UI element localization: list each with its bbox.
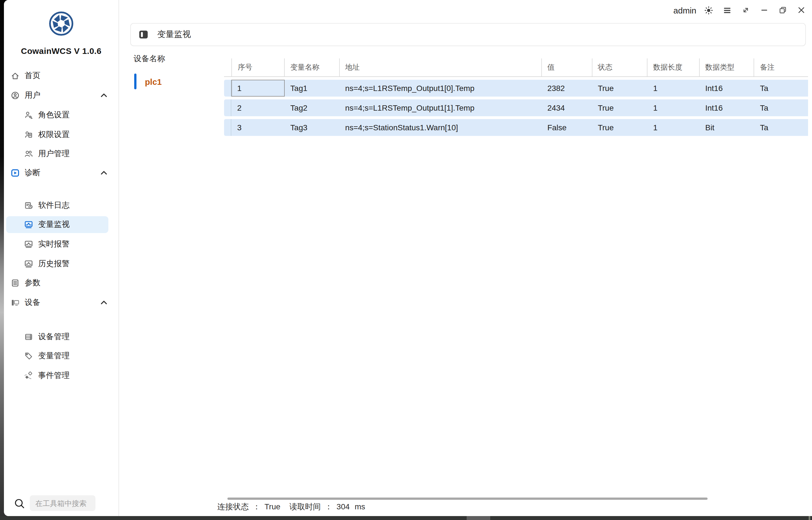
cell-remark[interactable]: Ta <box>755 99 808 116</box>
user-circle-icon <box>11 91 20 100</box>
sidebar-item-label: 参数 <box>25 278 41 288</box>
toolbox-search-input[interactable] <box>30 495 96 511</box>
cell-index[interactable]: 1 <box>232 80 285 97</box>
read-time-unit: ms <box>355 502 365 511</box>
cell-index[interactable]: 3 <box>232 119 285 136</box>
restore-button[interactable] <box>778 6 787 15</box>
sidebar-group-users[interactable]: 用户 <box>6 87 114 104</box>
row-header-cell[interactable] <box>224 80 232 97</box>
variables-table: 序号 变量名称 地址 值 状态 数据长度 数据类型 备注 1 Tag1 ns=4… <box>224 58 808 136</box>
sidebar-item-variable-management[interactable]: 变量管理 <box>6 347 114 364</box>
desktop: CowainWCS V 1.0.6 首页 用户 角色设置 权限设置 <box>0 0 812 520</box>
chevron-up-icon[interactable] <box>99 168 108 178</box>
column-header-status[interactable]: 状态 <box>592 58 648 76</box>
panel-layout-icon <box>139 30 148 39</box>
table-row[interactable]: 3 Tag3 ns=4;s=StationStatus1.Warn[10] Fa… <box>224 119 808 136</box>
table-row[interactable]: 1 Tag1 ns=4;s=L1RSTemp_Output1[0].Temp 2… <box>224 80 808 97</box>
minimize-button[interactable] <box>760 6 769 15</box>
cell-type[interactable]: Int16 <box>700 99 755 116</box>
search-icon[interactable] <box>14 497 26 510</box>
sidebar-item-variable-monitor[interactable]: 变量监视 <box>6 216 108 233</box>
sidebar-item-role-settings[interactable]: 角色设置 <box>6 107 114 124</box>
restore-icon <box>778 6 787 15</box>
sidebar-item-software-log[interactable]: 软件日志 <box>6 197 114 214</box>
window-topbar: admin <box>119 0 812 20</box>
minimize-icon <box>760 6 769 15</box>
sidebar-item-label: 设备 <box>25 297 41 308</box>
table-row[interactable]: 2 Tag2 ns=4;s=L1RSTemp_Output1[1].Temp 2… <box>224 99 808 116</box>
sidebar-item-device-management[interactable]: 设备管理 <box>6 329 114 345</box>
taskbar[interactable] <box>0 516 812 520</box>
app-title: CowainWCS V 1.0.6 <box>4 46 119 56</box>
sidebar-group-devices[interactable]: 设备 <box>6 294 114 311</box>
column-header-index[interactable]: 序号 <box>232 58 285 76</box>
column-header-name[interactable]: 变量名称 <box>285 58 339 76</box>
page-title: 变量监视 <box>157 29 191 40</box>
row-header-cell[interactable] <box>224 99 232 116</box>
cell-length[interactable]: 1 <box>648 80 700 97</box>
cell-type[interactable]: Int16 <box>700 80 755 97</box>
sidebar-item-label: 用户 <box>25 90 41 101</box>
sidebar-item-permission-settings[interactable]: 权限设置 <box>6 126 114 143</box>
menu-button[interactable] <box>723 6 732 15</box>
sidebar-item-label: 权限设置 <box>38 130 70 140</box>
username: admin <box>673 5 696 15</box>
sidebar-item-label: 变量监视 <box>38 219 70 230</box>
cell-status[interactable]: True <box>592 80 648 97</box>
expand-arrows-icon <box>741 6 750 15</box>
colon: ： <box>325 502 333 511</box>
cell-name[interactable]: Tag2 <box>285 99 339 116</box>
chevron-up-icon[interactable] <box>99 91 108 100</box>
cell-address[interactable]: ns=4;s=L1RSTemp_Output1[0].Temp <box>339 80 542 97</box>
taskbar-notch <box>809 516 810 520</box>
monitor-wave-icon <box>24 240 33 249</box>
connection-status-value: True <box>264 502 281 511</box>
sidebar-item-label: 角色设置 <box>38 110 70 120</box>
theme-button[interactable] <box>704 6 713 15</box>
sidebar-item-user-management[interactable]: 用户管理 <box>6 146 114 162</box>
close-icon <box>797 6 806 15</box>
sidebar-item-history-alarm[interactable]: 历史报警 <box>6 256 114 272</box>
cell-value[interactable]: 2434 <box>542 99 592 116</box>
device-icon <box>11 298 20 307</box>
cell-value[interactable]: False <box>542 119 592 136</box>
horizontal-scrollbar[interactable] <box>228 497 708 500</box>
cell-status[interactable]: True <box>592 119 648 136</box>
close-button[interactable] <box>797 6 806 15</box>
tree-item-plc1[interactable]: plc1 <box>134 74 162 89</box>
cell-length[interactable]: 1 <box>648 119 700 136</box>
toolbox-search <box>4 494 119 514</box>
cell-index[interactable]: 2 <box>232 99 285 116</box>
cell-remark[interactable]: Ta <box>755 80 808 97</box>
sidebar-item-event-management[interactable]: 事件管理 <box>6 367 114 384</box>
chevron-up-icon[interactable] <box>99 298 108 307</box>
app-window: CowainWCS V 1.0.6 首页 用户 角色设置 权限设置 <box>4 0 812 516</box>
cell-name[interactable]: Tag3 <box>285 119 339 136</box>
column-header-type[interactable]: 数据类型 <box>700 58 755 76</box>
column-header-address[interactable]: 地址 <box>339 58 542 76</box>
column-header-value[interactable]: 值 <box>542 58 592 76</box>
row-header-cell[interactable] <box>224 119 232 136</box>
cell-value[interactable]: 2382 <box>542 80 592 97</box>
sidebar-item-home[interactable]: 首页 <box>6 68 114 84</box>
sidebar-group-diagnostics[interactable]: 诊断 <box>6 164 114 181</box>
column-header-remark[interactable]: 备注 <box>755 58 808 76</box>
cell-length[interactable]: 1 <box>648 99 700 116</box>
column-header-length[interactable]: 数据长度 <box>648 58 700 76</box>
play-square-icon <box>11 168 20 178</box>
cell-status[interactable]: True <box>592 99 648 116</box>
cell-name[interactable]: Tag1 <box>285 80 339 97</box>
selected-indicator-bar <box>134 74 136 89</box>
status-bar: 连接状态：True读取时间：304ms <box>217 502 365 512</box>
cell-remark[interactable]: Ta <box>755 119 808 136</box>
cell-type[interactable]: Bit <box>700 119 755 136</box>
params-doc-icon <box>11 279 20 287</box>
device-name: plc1 <box>145 77 162 86</box>
sidebar-item-realtime-alarm[interactable]: 实时报警 <box>6 236 114 253</box>
fullscreen-button[interactable] <box>741 6 750 15</box>
cell-address[interactable]: ns=4;s=StationStatus1.Warn[10] <box>339 119 542 136</box>
permission-doc-icon <box>24 130 33 139</box>
sidebar-item-parameters[interactable]: 参数 <box>6 275 114 291</box>
hamburger-icon <box>723 5 732 15</box>
cell-address[interactable]: ns=4;s=L1RSTemp_Output1[1].Temp <box>339 99 542 116</box>
